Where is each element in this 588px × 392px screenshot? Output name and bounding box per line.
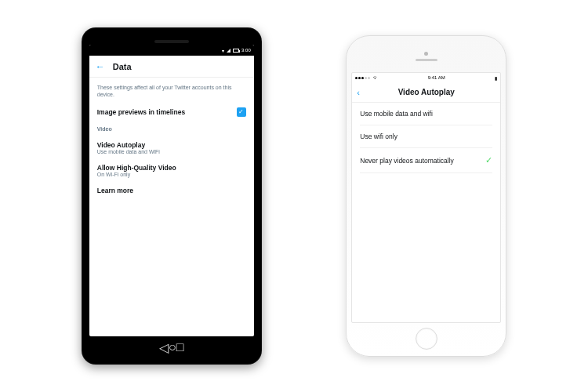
- status-time: 3:00: [241, 48, 251, 53]
- iphone-camera-dot: [424, 52, 428, 56]
- checkbox-checked-icon[interactable]: ✓: [237, 107, 246, 117]
- nav-back-icon[interactable]: ◁: [159, 340, 169, 355]
- battery-icon: ▮: [495, 75, 497, 81]
- battery-icon: [233, 49, 239, 53]
- nav-home-icon[interactable]: ○: [169, 340, 176, 354]
- page-title: Video Autoplay: [398, 88, 455, 96]
- option-mobile-and-wifi[interactable]: Use mobile data and wifi: [360, 103, 492, 125]
- back-chevron-icon[interactable]: ‹: [357, 88, 360, 97]
- option-label: Never play videos automatically: [360, 157, 454, 165]
- video-section-heading: Video: [97, 126, 246, 132]
- iphone-top-sensors: [416, 41, 437, 72]
- back-arrow-icon[interactable]: ←: [96, 61, 105, 72]
- ios-header: ‹ Video Autoplay: [352, 82, 500, 103]
- page-title: Data: [113, 62, 132, 71]
- wifi-icon: ᯤ: [373, 75, 378, 80]
- android-screen: ▾ 3:00 ← Data These settings affect all …: [89, 45, 254, 336]
- learn-more-link[interactable]: Learn more: [97, 187, 246, 194]
- image-previews-toggle[interactable]: Image previews in timelines ✓: [97, 107, 246, 117]
- checkmark-icon: ✓: [485, 155, 492, 165]
- iphone-speaker-grille: [416, 59, 437, 61]
- android-nav-bar: ◁ ○ □: [159, 336, 183, 358]
- video-autoplay-subtitle: Use mobile data and WiFi: [97, 149, 246, 154]
- nav-recents-icon[interactable]: □: [176, 340, 184, 354]
- high-quality-video-row[interactable]: Allow High-Quality Video On Wi-Fi only: [97, 164, 246, 177]
- iphone-frame: ᯤ 9:41 AM ▮ ‹ Video Autoplay Use mobile …: [346, 35, 506, 357]
- video-autoplay-title: Video Autoplay: [97, 141, 246, 149]
- ios-status-bar: ᯤ 9:41 AM ▮: [352, 73, 500, 82]
- app-header: ← Data: [89, 56, 254, 78]
- android-speaker-grille: [154, 40, 189, 43]
- home-button[interactable]: [416, 328, 437, 350]
- android-status-bar: ▾ 3:00: [89, 45, 254, 56]
- cell-signal-dots-icon: [355, 75, 371, 80]
- options-list: Use mobile data and wifi Use wifi only N…: [352, 103, 500, 322]
- option-label: Use wifi only: [360, 132, 397, 140]
- high-quality-title: Allow High-Quality Video: [97, 164, 246, 172]
- image-previews-label: Image previews in timelines: [97, 108, 185, 116]
- option-wifi-only[interactable]: Use wifi only: [360, 125, 492, 148]
- wifi-icon: ▾: [222, 48, 224, 53]
- status-time: 9:41 AM: [428, 75, 445, 80]
- video-autoplay-row[interactable]: Video Autoplay Use mobile data and WiFi: [97, 141, 246, 154]
- iphone-screen: ᯤ 9:41 AM ▮ ‹ Video Autoplay Use mobile …: [351, 72, 501, 323]
- cell-signal-icon: [227, 49, 230, 53]
- android-phone-frame: ▾ 3:00 ← Data These settings affect all …: [82, 27, 262, 365]
- high-quality-subtitle: On Wi-Fi only: [97, 172, 246, 177]
- settings-body: These settings affect all of your Twitte…: [89, 78, 254, 336]
- option-label: Use mobile data and wifi: [360, 110, 433, 118]
- option-never-autoplay[interactable]: Never play videos automatically ✓: [360, 148, 492, 173]
- intro-text: These settings affect all of your Twitte…: [97, 84, 246, 98]
